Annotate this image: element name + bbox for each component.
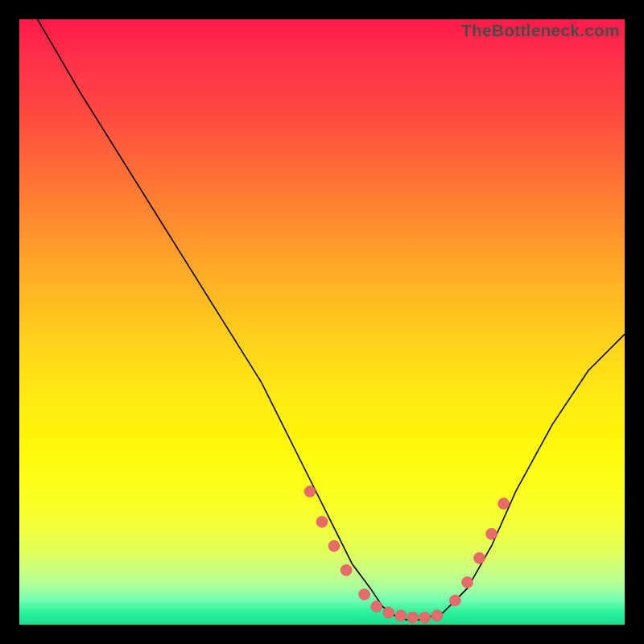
dot-markers xyxy=(304,486,510,623)
data-point xyxy=(359,588,370,600)
data-point xyxy=(395,610,407,621)
data-point xyxy=(431,610,443,621)
data-point xyxy=(419,612,431,623)
chart-svg xyxy=(19,19,625,625)
data-point xyxy=(328,540,340,551)
data-point xyxy=(474,552,485,564)
data-point xyxy=(371,601,382,612)
data-point xyxy=(316,516,328,527)
data-point xyxy=(383,607,394,618)
data-point xyxy=(449,595,460,606)
data-point xyxy=(486,528,497,539)
data-point xyxy=(498,498,510,510)
data-point xyxy=(304,486,316,497)
chart-frame: TheBottleneck.com xyxy=(0,0,644,644)
data-point xyxy=(341,564,352,576)
bottleneck-curve xyxy=(38,19,625,620)
plot-area: TheBottleneck.com xyxy=(19,19,625,625)
data-point xyxy=(462,576,473,588)
data-point xyxy=(407,612,419,623)
